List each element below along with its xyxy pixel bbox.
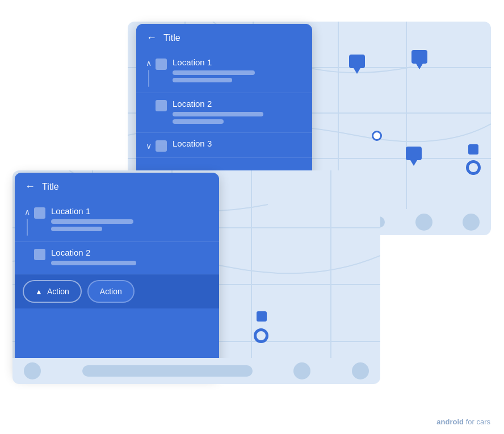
- front-expand-line-0: [27, 219, 28, 236]
- location-content-1: Location 2: [173, 99, 303, 127]
- action-button-2[interactable]: Action: [87, 280, 135, 303]
- front-location-name-0: Location 1: [51, 206, 210, 216]
- sub-bar-1-1: [173, 112, 263, 116]
- nav-circle-2: [415, 214, 432, 231]
- svg-marker-1: [354, 68, 360, 74]
- front-location-icon-0: [34, 207, 45, 219]
- front-map-ring: [254, 328, 268, 343]
- location-content-2: Location 3: [173, 139, 303, 152]
- expand-control-2: ∨: [142, 140, 156, 151]
- location-icon-1: [156, 100, 167, 111]
- location-icon-2: [156, 140, 167, 152]
- location-content-0: Location 1: [173, 57, 303, 85]
- svg-marker-5: [410, 160, 417, 166]
- location-icon-0: [156, 59, 167, 70]
- front-sub-bar-0-2: [51, 227, 102, 231]
- front-card-title: Title: [42, 182, 59, 192]
- front-nav-pill: [82, 365, 253, 377]
- front-expand-control-1: [20, 248, 34, 249]
- map-ring-1: [466, 160, 481, 175]
- front-list-item-1[interactable]: Location 2: [15, 242, 219, 274]
- front-sub-bar-0-1: [51, 219, 133, 224]
- back-card-title: Title: [163, 33, 180, 43]
- front-nav-bar: [12, 358, 380, 384]
- chevron-down-2[interactable]: ∨: [146, 141, 152, 151]
- back-card-header: ← Title: [136, 24, 312, 52]
- front-location-name-1: Location 2: [51, 248, 210, 257]
- back-list-item-2[interactable]: ∨ Location 3: [136, 133, 312, 158]
- svg-rect-4: [406, 147, 422, 160]
- sub-bar-0-1: [173, 70, 255, 75]
- sub-bar-0-2: [173, 78, 232, 82]
- front-location-content-1: Location 2: [51, 248, 210, 268]
- expand-control-0: ∧: [142, 57, 156, 87]
- back-card-back-button[interactable]: ←: [146, 32, 157, 44]
- front-location-icon-1: [34, 249, 45, 260]
- front-sub-bar-1-1: [51, 261, 136, 265]
- sub-bar-1-2: [173, 119, 224, 124]
- map-dot-1: [372, 131, 382, 141]
- svg-rect-2: [411, 50, 427, 64]
- chevron-up-0[interactable]: ∧: [146, 59, 152, 68]
- front-action-bar: ▲ Action Action: [15, 274, 219, 308]
- front-location-content-0: Location 1: [51, 206, 210, 234]
- front-list-item-0[interactable]: ∧ Location 1: [15, 201, 219, 242]
- brand-bold: android: [436, 418, 464, 426]
- location-name-0: Location 1: [173, 57, 303, 67]
- action-label-2: Action: [100, 287, 122, 296]
- expand-line-0: [148, 70, 149, 87]
- front-expand-control-0: ∧: [20, 206, 34, 236]
- action-icon-1: ▲: [35, 287, 43, 296]
- front-card: ← Title ∧ Location 1 Location 2 ▲ Action…: [15, 173, 219, 377]
- location-name-2: Location 3: [173, 139, 303, 148]
- map-square-1: [468, 144, 478, 155]
- speech-marker-1: [349, 55, 365, 76]
- front-nav-circle-1: [24, 362, 41, 379]
- front-nav-circle-3: [352, 362, 369, 379]
- svg-marker-3: [416, 64, 423, 69]
- expand-control-1: [142, 99, 156, 100]
- front-map-square: [257, 311, 267, 322]
- back-list-item-1[interactable]: Location 2: [136, 93, 312, 133]
- speech-marker-3: [406, 147, 422, 168]
- brand-label: android for cars: [436, 418, 490, 426]
- front-nav-circle-2: [293, 362, 310, 379]
- front-chevron-up-0[interactable]: ∧: [24, 207, 30, 216]
- brand-rest: for cars: [464, 418, 490, 426]
- action-label-1: Action: [47, 287, 69, 296]
- location-name-1: Location 2: [173, 99, 303, 108]
- action-button-1[interactable]: ▲ Action: [23, 280, 82, 303]
- nav-circle-3: [463, 214, 480, 231]
- front-card-back-button[interactable]: ←: [25, 181, 35, 193]
- back-list-item-0[interactable]: ∧ Location 1: [136, 52, 312, 93]
- front-card-header: ← Title: [15, 173, 219, 201]
- svg-rect-0: [349, 55, 365, 68]
- speech-marker-2: [411, 50, 427, 72]
